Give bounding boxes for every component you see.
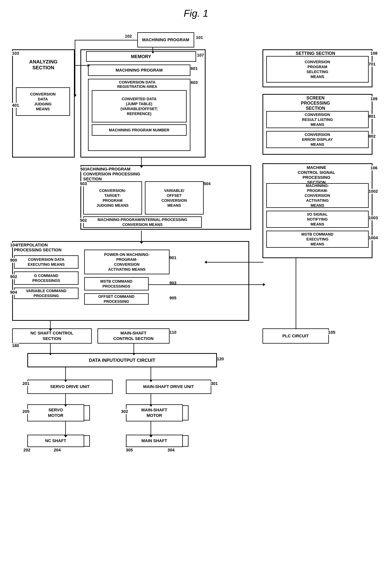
ref-301: 301 xyxy=(211,381,218,386)
arrow-mcsps-to-interp-h xyxy=(206,262,263,263)
arrow-motor-to-nc-shaft xyxy=(65,421,66,436)
nc-shaft: NC SHAFT xyxy=(27,435,84,447)
conversion-error-display: CONVERSIONERROR DISPLAYMEANS xyxy=(266,131,369,148)
ref-401: 401 xyxy=(12,103,19,108)
memory-label: MEMORY xyxy=(86,51,196,62)
ref-503: 503 xyxy=(80,181,87,186)
arrowhead-main-motor-shaft xyxy=(149,435,153,438)
ref-904: 904 xyxy=(10,290,17,295)
ref-120: 120 xyxy=(217,356,224,361)
conversion-data-executing: CONVERSION DATAEXECUTING MEANS xyxy=(14,255,79,269)
conversion-target-program: CONVERSION-TARGET-PROGRAMJUDGING MEANS xyxy=(83,181,142,215)
machining-program-top: MACHINING PROGRAM xyxy=(137,32,194,47)
machining-conversion-label: MACHINING-PROGRAMCONVERSION PROCESSINGSE… xyxy=(83,167,178,181)
ref-502: 502 xyxy=(80,218,87,223)
arrowhead-down-1 xyxy=(151,51,154,54)
ref-107: 107 xyxy=(197,53,204,58)
ref-802: 802 xyxy=(369,134,376,139)
arrow-mstb-h xyxy=(149,284,263,285)
arrow-servo-to-motor xyxy=(65,394,66,405)
arrowhead-main-drive-motor xyxy=(149,405,153,407)
ref-109: 109 xyxy=(371,96,378,101)
machining-program-number: MACHINING PROGRAM NUMBER xyxy=(92,124,187,136)
main-shaft-connector-bottom xyxy=(183,435,189,447)
data-input-output: DATA INPUT/OUTPUT CIRCUIT xyxy=(27,353,217,367)
arrow-plc-to-mcs xyxy=(296,258,296,329)
ref-103: 103 xyxy=(12,51,19,56)
ref-1002: 1002 xyxy=(369,189,378,194)
arrowhead-mstb-right xyxy=(263,283,265,286)
machining-conversion-activating: MACHINING-PROGRAM-CONVERSIONACTIVATINGME… xyxy=(266,183,369,208)
arrow-analyze-to-mem xyxy=(75,65,88,66)
ref-110: 110 xyxy=(169,330,177,335)
arrowhead-io-servo xyxy=(64,380,67,382)
conv-data-reg-label: CONVERSION DATAREGISTRATION AREA xyxy=(90,80,185,89)
conversion-result-listing: CONVERSIONRESULT LISTINGMEANS xyxy=(266,111,369,128)
diagram: MACHINING PROGRAM 101 102 MEMORY 107 MAC… xyxy=(8,25,384,566)
ref-104: 104 xyxy=(10,243,17,248)
mstb-command-executing: MSTB COMMANDEXECUTINGMEANS xyxy=(266,231,369,248)
ref-901: 901 xyxy=(169,255,177,260)
ref-304: 304 xyxy=(168,448,175,453)
mstb-command-processings: MSTB COMMANDPROCESSINGS xyxy=(84,277,149,291)
main-shaft-control: MAIN-SHAFTCONTROL SECTION xyxy=(98,328,169,344)
nc-shaft-control: NC SHAFT CONTROLSECTION xyxy=(12,328,92,344)
ref-905: 905 xyxy=(169,295,177,301)
variable-command-processing: VARIABLE COMMAND PROCESSING xyxy=(14,288,79,299)
arrow-io-to-servo xyxy=(65,367,66,380)
arrow-prog-to-analyze-v xyxy=(75,40,75,95)
ref-202: 202 xyxy=(24,448,30,453)
machining-internal-conversion: MACHINING-PROGRAM/INTERNAL-PROCESSING CO… xyxy=(83,216,202,228)
ref-902: 902 xyxy=(10,274,17,279)
arrowhead-interp-nc xyxy=(49,329,52,331)
arrowhead-conv-interp xyxy=(140,242,143,244)
ref-900: 900 xyxy=(10,258,17,263)
ref-1004: 1004 xyxy=(369,235,378,240)
offset-command-processing: OFFSET COMMAND PROCESSING xyxy=(84,293,149,305)
variable-offset-conversion: VARIABLE/OFFSETCONVERSIONMEANS xyxy=(145,181,204,215)
servo-connector-right xyxy=(84,405,90,421)
arrow-io-to-main-drive xyxy=(151,367,151,380)
arrowhead-motor-nc xyxy=(64,435,67,438)
servo-motor: SERVOMOTOR xyxy=(27,404,84,421)
arrow-prog-to-mem xyxy=(153,47,153,52)
screen-processing-label: SCREENPROCESSINGSECTION xyxy=(264,95,367,111)
analyzing-section-label: ANALYZINGSECTION xyxy=(14,59,73,71)
arrow-prog-to-analyze-h xyxy=(75,40,137,40)
ref-601: 601 xyxy=(191,66,198,71)
ref-801: 801 xyxy=(369,114,376,119)
ref-302: 302 xyxy=(121,409,128,414)
converted-data: CONVERTED DATA(JUMP TABLE)(VARIABLE/OFFS… xyxy=(92,90,187,122)
conversion-program-selecting: CONVERSIONPROGRAMSELECTINGMEANS xyxy=(266,56,369,83)
ref-102: 102 xyxy=(125,34,132,39)
arrow-main-motor-shaft xyxy=(151,421,151,436)
arrowhead-servo-motor xyxy=(64,405,67,407)
interpolation-label: INTERPOLATIONPROCESSING SECTION xyxy=(14,243,80,252)
arrowhead-mem-conv xyxy=(140,166,143,168)
arrow-main-ctrl-io xyxy=(134,344,134,353)
g-command-processings: G COMMANDPROCESSINGS xyxy=(14,271,79,285)
arrow-mem-to-conv-v xyxy=(141,158,142,166)
ref-501: 501 xyxy=(80,167,87,172)
main-shaft-connector-right xyxy=(183,405,189,421)
ref-101: 101 xyxy=(196,35,203,40)
machine-control-signal-label: MACHINECONTROL SIGNALPROCESSINGSECTION xyxy=(265,165,368,185)
ref-108: 108 xyxy=(371,51,378,56)
ref-603: 603 xyxy=(191,80,198,85)
ref-201: 201 xyxy=(23,381,29,386)
main-shaft: MAIN SHAFT xyxy=(126,435,183,447)
ref-305: 305 xyxy=(126,448,133,453)
arrow-nc-to-io xyxy=(50,344,51,353)
arrowhead-mcsps-left xyxy=(204,261,207,264)
ref-106: 106 xyxy=(371,165,378,171)
main-shaft-motor: MAIN-SHAFTMOTOR xyxy=(126,404,183,421)
arrowhead-down-analyze xyxy=(74,95,77,97)
plc-circuit: PLC CIRCUIT xyxy=(263,328,329,344)
figure-title: Fig. 1 xyxy=(8,8,384,19)
io-signal-notifying: I/O SIGNALNOTIFYINGMEANS xyxy=(266,211,369,228)
arrow-main-drive-motor xyxy=(151,394,151,405)
arrowhead-main-ctrl-io xyxy=(132,353,135,355)
ref-204: 204 xyxy=(54,448,61,453)
ref-105: 105 xyxy=(328,330,336,335)
arrow-conv-to-interp-v xyxy=(141,231,142,242)
